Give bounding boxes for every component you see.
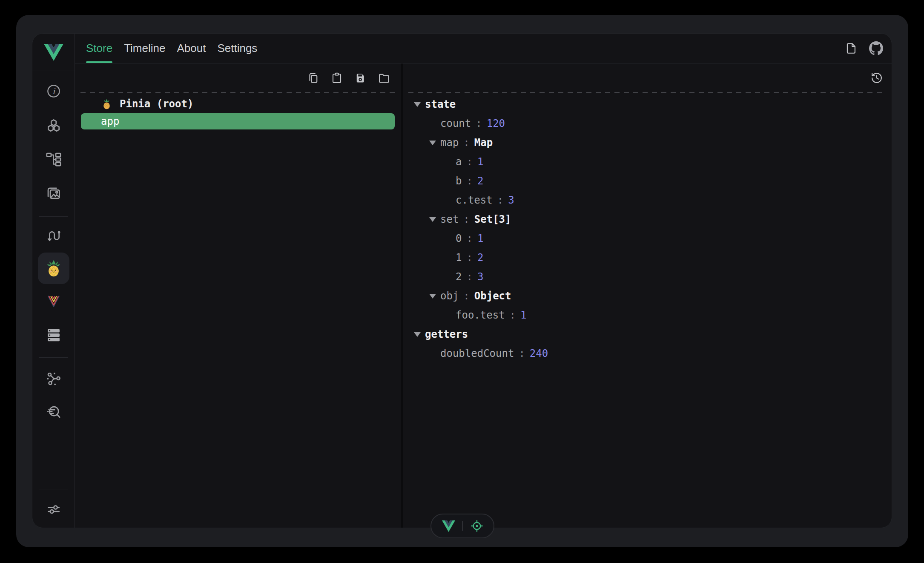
graph-icon[interactable] [42,367,66,391]
state-key: state [425,98,456,110]
github-icon[interactable] [869,41,883,55]
colon: : [466,233,472,244]
collapse-arrow-icon[interactable] [429,294,436,299]
collapse-arrow-icon[interactable] [429,217,436,222]
devtools-window: i [16,15,908,547]
state-tree-row[interactable]: 0:1 [403,229,892,248]
colon: : [476,118,482,129]
collapse-arrow-icon[interactable] [414,332,421,337]
pages-tree-icon[interactable] [42,147,66,171]
top-tab-bar: Store Timeline About Settings [75,34,892,63]
store-tree-item-pinia-root[interactable]: Pinia (root) [75,96,401,112]
colon: : [466,175,472,187]
state-type: Object [474,290,511,302]
state-value: 1 [477,156,483,168]
activity-sidebar: i [32,34,75,528]
store-tree: Pinia (root) app [75,93,401,129]
state-key: 2 [456,271,462,283]
state-tree-row[interactable]: getters [403,325,892,344]
save-icon[interactable] [354,72,367,84]
stores-toolbar [75,63,401,92]
state-key: 0 [456,233,462,244]
vue-logo[interactable] [442,520,455,532]
state-key: doubledCount [440,348,514,359]
state-value: 1 [477,233,483,244]
state-tree-row[interactable]: doubledCount:240 [403,344,892,363]
state-type: Set[3] [474,213,511,225]
collapse-arrow-icon[interactable] [414,102,421,107]
main-area: Store Timeline About Settings [75,34,892,528]
state-key: foo.test [456,309,505,321]
state-key: set [440,213,459,225]
state-tree-row[interactable]: b:2 [403,171,892,190]
settings-sliders-icon[interactable] [42,497,66,521]
target-icon[interactable] [471,520,483,532]
sidebar-divider [39,357,68,358]
tab-bar: Store Timeline About Settings [86,34,257,63]
state-value: 240 [530,348,548,359]
state-value: 3 [508,194,514,206]
vue-logo [32,34,75,71]
colon: : [466,156,472,168]
open-folder-icon[interactable] [377,72,391,84]
store-label: Pinia (root) [120,98,193,110]
document-icon[interactable] [845,42,858,55]
state-key: count [440,118,471,129]
state-tree-row[interactable]: 1:2 [403,248,892,267]
history-icon[interactable] [870,72,883,84]
state-tree-row[interactable]: map:Map [403,133,892,152]
vue-router-icon[interactable] [42,290,66,313]
devtools-app: i [32,33,892,528]
colon: : [497,194,503,206]
state-tree-row[interactable]: a:1 [403,152,892,171]
state-type: Map [474,137,493,149]
colon: : [519,348,525,359]
copy-icon[interactable] [307,72,320,84]
sidebar-divider [39,216,68,217]
state-key: map [440,137,459,149]
store-tree-item-app[interactable]: app [81,113,395,129]
colon: : [510,309,516,321]
colon: : [463,290,469,302]
state-tree-row[interactable]: state [403,95,892,114]
tab-timeline[interactable]: Timeline [124,34,165,63]
devtools-overlay-pill[interactable] [430,514,494,538]
pill-divider [462,521,463,531]
inspect-search-icon[interactable] [42,400,66,424]
state-panel: statecount:120map:Mapa:1b:2c.test:3set:S… [403,63,892,528]
svg-text:i: i [52,86,55,96]
tab-store[interactable]: Store [86,34,112,63]
state-value: 1 [520,309,526,321]
pinia-pineapple-icon[interactable] [38,253,69,284]
stores-panel: Pinia (root) app [75,63,401,528]
state-tree-row[interactable]: set:Set[3] [403,210,892,229]
store-label: app [101,115,119,127]
state-key: b [456,175,462,187]
state-tree-row[interactable]: foo.test:1 [403,305,892,325]
state-value: 2 [477,252,483,264]
colon: : [463,137,469,149]
content-area: Pinia (root) app [75,63,892,528]
server-list-icon[interactable] [42,323,66,347]
tab-about[interactable]: About [177,34,206,63]
sidebar-divider [39,489,68,489]
router-route-icon[interactable] [42,224,66,247]
tab-settings[interactable]: Settings [217,34,257,63]
state-tree-row[interactable]: c.test:3 [403,190,892,210]
state-key: c.test [456,194,493,206]
colon: : [466,271,472,283]
state-tree-row[interactable]: count:120 [403,114,892,133]
state-value: 2 [477,175,483,187]
state-key: a [456,156,462,168]
colon: : [463,213,469,225]
state-key: getters [425,328,468,340]
state-tree-row[interactable]: 2:3 [403,267,892,286]
pineapple-icon [101,98,112,110]
paste-icon[interactable] [330,72,343,84]
assets-icon[interactable] [42,181,66,205]
state-tree-row[interactable]: obj:Object [403,286,892,305]
info-icon[interactable]: i [42,79,66,103]
colon: : [466,252,472,264]
collapse-arrow-icon[interactable] [429,141,436,145]
components-icon[interactable] [42,114,66,138]
